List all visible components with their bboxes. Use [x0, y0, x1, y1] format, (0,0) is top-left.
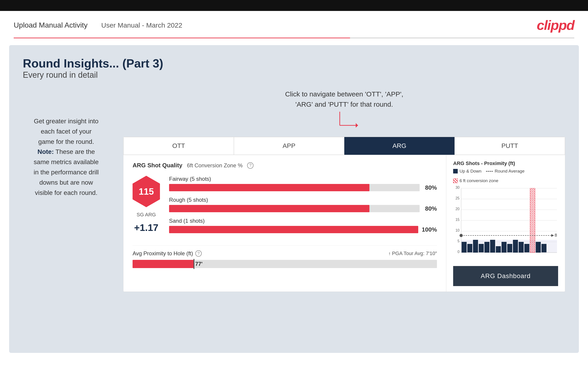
svg-rect-28 — [513, 240, 518, 253]
legend-up-down: Up & Down — [453, 169, 481, 174]
copyright: Copyright Clippd 2021 — [0, 360, 588, 367]
svg-rect-25 — [496, 246, 501, 253]
svg-text:20: 20 — [455, 207, 459, 211]
annotation-arrow — [321, 112, 367, 134]
svg-rect-33 — [541, 244, 546, 252]
legend-hatch-icon — [453, 178, 458, 183]
sand-bar-row: 100% — [169, 226, 437, 233]
pga-avg: ↑ PGA Tour Avg: 7'10" — [388, 250, 437, 257]
tab-arg[interactable]: ARG — [344, 137, 455, 155]
chart-legend: Up & Down Round Average 6 ft conversion … — [453, 169, 558, 183]
svg-text:15: 15 — [455, 218, 459, 222]
arg-dashboard-button[interactable]: ARG Dashboard — [453, 266, 558, 286]
hex-score-container: 115 SG ARG +1.17 — [133, 176, 160, 233]
svg-rect-32 — [536, 242, 541, 253]
content-layout: Get greater insight into each facet of y… — [23, 89, 565, 292]
chart-panel: ARG Shots - Proximity (ft) Up & Down Rou… — [446, 155, 565, 292]
round-insights-subtitle: Every round in detail — [23, 70, 565, 80]
sg-label: SG ARG — [137, 212, 156, 218]
rough-bar-row: 80% — [169, 205, 437, 212]
stats-panel: ARG Shot Quality 6ft Conversion Zone % ?… — [123, 155, 446, 292]
proximity-section: Avg Proximity to Hole (ft) ? ↑ PGA Tour … — [133, 245, 437, 268]
page-heading: Round Insights... (Part 3) Every round i… — [23, 57, 565, 80]
rough-pct: 80% — [423, 205, 437, 212]
tabs: OTT APP ARG PUTT — [123, 137, 565, 155]
main-content: Round Insights... (Part 3) Every round i… — [9, 45, 579, 353]
left-description: Get greater insight into each facet of y… — [23, 116, 110, 198]
fairway-pct: 80% — [423, 184, 437, 191]
header: Upload Manual Activity User Manual - Mar… — [0, 11, 588, 38]
legend-dashed-icon — [486, 171, 493, 172]
svg-marker-2 — [356, 123, 358, 128]
svg-text:0: 0 — [458, 250, 459, 254]
sand-fill — [169, 226, 418, 233]
svg-text:10: 10 — [455, 228, 459, 232]
stats-header: ARG Shot Quality 6ft Conversion Zone % ? — [133, 162, 437, 169]
header-subtitle: User Manual - March 2022 — [101, 21, 182, 29]
svg-rect-30 — [524, 244, 529, 252]
tab-ott[interactable]: OTT — [123, 137, 234, 155]
svg-rect-20 — [467, 244, 472, 252]
legend-round-avg: Round Average — [486, 169, 525, 174]
proximity-chart: 0 5 10 15 20 25 30 — [453, 187, 558, 264]
chart-header: ARG Shots - Proximity (ft) Up & Down Rou… — [453, 160, 558, 183]
fairway-track — [169, 184, 420, 191]
fairway-label: Fairway (5 shots) — [169, 176, 437, 182]
svg-text:30: 30 — [455, 185, 459, 189]
score-section: 115 SG ARG +1.17 Fairway (5 shots) — [133, 176, 437, 239]
rough-fill — [169, 205, 369, 212]
proximity-title: Avg Proximity to Hole (ft) ? — [133, 250, 202, 257]
svg-rect-26 — [502, 242, 507, 253]
svg-rect-21 — [473, 240, 478, 253]
left-panel: Get greater insight into each facet of y… — [23, 89, 110, 198]
help-icon[interactable]: ? — [247, 162, 253, 169]
tab-putt[interactable]: PUTT — [455, 137, 565, 155]
svg-rect-19 — [462, 242, 467, 253]
shot-quality-title: ARG Shot Quality — [133, 162, 182, 169]
proximity-bar-fill: 77' — [133, 260, 193, 268]
bar-stats: Fairway (5 shots) 80% — [169, 176, 437, 239]
conversion-label: 6ft Conversion Zone % — [187, 162, 242, 169]
page-title: Upload Manual Activity — [14, 21, 88, 29]
tab-app[interactable]: APP — [234, 137, 344, 155]
svg-point-35 — [459, 234, 463, 237]
proximity-bar-track: 77' — [133, 260, 437, 268]
clippd-logo: clippd — [537, 17, 574, 33]
svg-rect-22 — [479, 244, 484, 252]
fairway-bar-row: 80% — [169, 184, 437, 191]
sand-pct: 100% — [422, 226, 437, 233]
rough-stat: Rough (5 shots) 80% — [169, 197, 437, 212]
svg-rect-29 — [519, 242, 524, 253]
svg-rect-31 — [530, 188, 535, 253]
legend-conversion-zone: 6 ft conversion zone — [453, 178, 498, 183]
top-bar — [0, 0, 588, 11]
rough-track — [169, 205, 420, 212]
fairway-stat: Fairway (5 shots) 80% — [169, 176, 437, 191]
svg-rect-24 — [490, 240, 495, 253]
insights-card: OTT APP ARG PUTT ARG Shot Quality 6ft Co… — [123, 137, 565, 292]
fairway-fill — [169, 184, 369, 191]
proximity-value: 77' — [195, 261, 202, 267]
sand-track — [169, 226, 418, 233]
card-body: ARG Shot Quality 6ft Conversion Zone % ?… — [123, 155, 565, 292]
annotation-text: Click to navigate between 'OTT', 'APP','… — [285, 89, 403, 109]
header-divider — [14, 38, 574, 38]
sand-stat: Sand (1 shots) 100% — [169, 218, 437, 233]
svg-text:8: 8 — [555, 233, 557, 238]
svg-text:25: 25 — [455, 196, 459, 200]
annotation-area: Click to navigate between 'OTT', 'APP','… — [123, 89, 565, 134]
svg-text:5: 5 — [458, 239, 459, 243]
svg-marker-36 — [551, 234, 554, 237]
svg-rect-27 — [507, 244, 512, 252]
legend-square-icon — [453, 169, 458, 174]
proximity-cursor — [193, 259, 194, 269]
hex-score: 115 — [133, 176, 160, 207]
right-panel: Click to navigate between 'OTT', 'APP','… — [123, 89, 565, 292]
sand-label: Sand (1 shots) — [169, 218, 437, 224]
round-insights-title: Round Insights... (Part 3) — [23, 57, 565, 70]
proximity-header: Avg Proximity to Hole (ft) ? ↑ PGA Tour … — [133, 250, 437, 257]
header-left: Upload Manual Activity User Manual - Mar… — [14, 21, 182, 29]
sg-value: +1.17 — [134, 222, 158, 233]
proximity-help-icon[interactable]: ? — [195, 250, 202, 257]
chart-title: ARG Shots - Proximity (ft) — [453, 160, 515, 167]
